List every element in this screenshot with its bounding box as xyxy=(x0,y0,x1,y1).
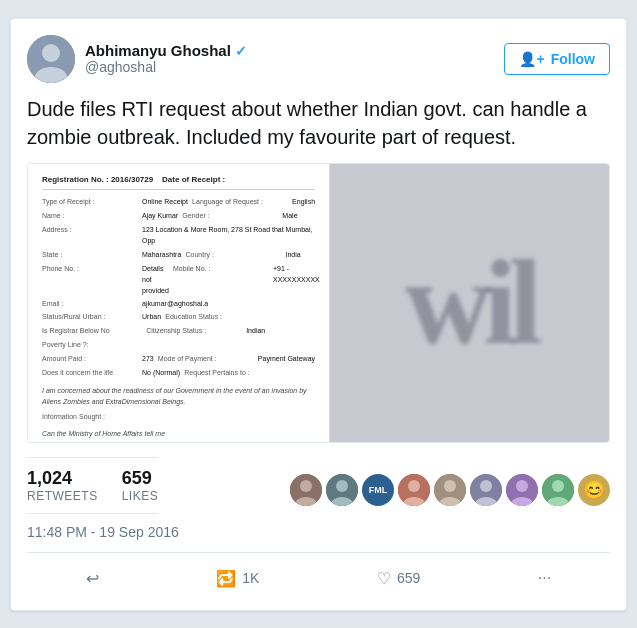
svg-point-19 xyxy=(516,480,528,492)
svg-point-13 xyxy=(444,480,456,492)
tweet-text: Dude files RTI request about whether Ind… xyxy=(27,95,610,151)
follow-button[interactable]: 👤+ Follow xyxy=(504,43,610,75)
verified-icon: ✓ xyxy=(235,43,247,59)
svg-point-1 xyxy=(42,44,60,62)
retweets-count: 1,024 xyxy=(27,468,98,489)
like-button[interactable]: ♡ 659 xyxy=(367,563,430,594)
svg-point-16 xyxy=(480,480,492,492)
tweet-header: Abhimanyu Ghoshal ✓ @aghoshal 👤+ Follow xyxy=(27,35,610,83)
liker-avatar-7 xyxy=(542,474,574,506)
retweet-button[interactable]: 🔁 1K xyxy=(206,563,269,594)
liker-avatar-5 xyxy=(470,474,502,506)
tweet-stats: 1,024 RETWEETS 659 LIKES xyxy=(27,457,158,514)
svg-point-10 xyxy=(408,480,420,492)
doc-left: Registration No. : 2016/30729 Date of Re… xyxy=(28,164,330,442)
more-button[interactable]: ··· xyxy=(528,563,561,593)
tweet-image: Registration No. : 2016/30729 Date of Re… xyxy=(27,163,610,443)
tweet-timestamp: 11:48 PM - 19 Sep 2016 xyxy=(27,524,610,540)
doc-right-blurred: wil xyxy=(330,164,609,442)
liker-avatar-2 xyxy=(326,474,358,506)
likes-count: 659 xyxy=(122,468,159,489)
retweets-stat: 1,024 RETWEETS xyxy=(27,468,98,503)
avatar xyxy=(27,35,75,83)
reply-icon: ↩ xyxy=(86,569,99,588)
author-name: Abhimanyu Ghoshal ✓ xyxy=(85,42,247,59)
author-handle: @aghoshal xyxy=(85,59,247,75)
reply-button[interactable]: ↩ xyxy=(76,563,109,594)
heart-icon: ♡ xyxy=(377,569,391,588)
liker-avatar-fml: FML xyxy=(362,474,394,506)
tweet-author: Abhimanyu Ghoshal ✓ @aghoshal xyxy=(27,35,247,83)
like-count: 659 xyxy=(397,570,420,586)
avatar-inner xyxy=(27,35,75,83)
svg-point-22 xyxy=(552,480,564,492)
liker-avatar-6 xyxy=(506,474,538,506)
ellipsis-icon: ··· xyxy=(538,569,551,587)
likes-stat: 659 LIKES xyxy=(122,468,159,503)
svg-point-7 xyxy=(336,480,348,492)
stats-row: 1,024 RETWEETS 659 LIKES FML xyxy=(27,457,610,524)
retweet-icon: 🔁 xyxy=(216,569,236,588)
retweet-count: 1K xyxy=(242,570,259,586)
liker-avatar-1 xyxy=(290,474,322,506)
liker-avatar-3 xyxy=(398,474,430,506)
tweet-card: Abhimanyu Ghoshal ✓ @aghoshal 👤+ Follow … xyxy=(10,18,627,611)
liker-avatar-4 xyxy=(434,474,466,506)
author-info: Abhimanyu Ghoshal ✓ @aghoshal xyxy=(85,42,247,75)
tweet-actions: ↩ 🔁 1K ♡ 659 ··· xyxy=(27,552,610,594)
retweets-label: RETWEETS xyxy=(27,489,98,503)
follow-person-icon: 👤+ xyxy=(519,51,544,67)
liker-avatar-8: 😊 xyxy=(578,474,610,506)
liked-avatars: FML xyxy=(290,474,610,506)
svg-point-4 xyxy=(300,480,312,492)
likes-label: LIKES xyxy=(122,489,159,503)
